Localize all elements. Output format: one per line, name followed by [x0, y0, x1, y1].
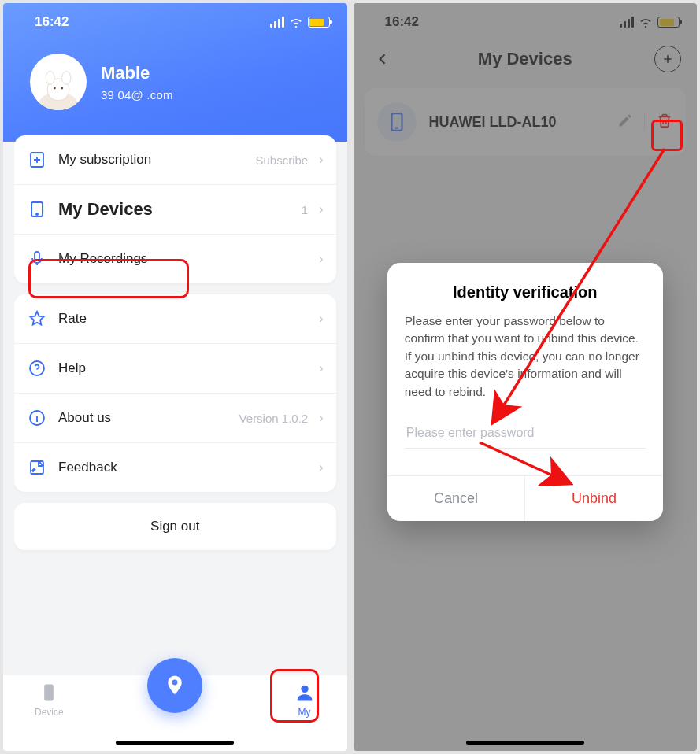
- modal-text: Please enter your password below to conf…: [405, 312, 646, 401]
- device-icon: [38, 682, 60, 704]
- row-label: Rate: [58, 311, 308, 327]
- password-input[interactable]: [405, 418, 646, 449]
- tab-my[interactable]: My: [294, 682, 316, 718]
- chevron-right-icon: ›: [319, 252, 323, 266]
- svg-point-4: [61, 87, 63, 90]
- row-rate[interactable]: Rate ›: [14, 294, 336, 344]
- home-indicator: [466, 741, 584, 745]
- status-bar: 16:42: [3, 3, 347, 38]
- row-recordings[interactable]: My Recordings ›: [14, 235, 336, 283]
- svg-point-15: [301, 686, 308, 693]
- microphone-icon: [27, 249, 47, 269]
- devices-icon: [27, 199, 47, 220]
- row-label: My subscription: [58, 152, 244, 168]
- svg-rect-14: [45, 685, 54, 701]
- svg-rect-10: [35, 252, 39, 261]
- sign-out-button[interactable]: Sign out: [14, 503, 336, 550]
- device-count: 1: [302, 203, 308, 216]
- wifi-icon: [289, 15, 303, 29]
- row-label: Help: [58, 360, 308, 376]
- tab-bar: Device My: [3, 675, 347, 751]
- avatar[interactable]: [30, 54, 87, 110]
- chevron-right-icon: ›: [319, 361, 323, 375]
- svg-point-9: [36, 213, 38, 215]
- row-about[interactable]: About us Version 1.0.2 ›: [14, 394, 336, 443]
- battery-icon: [308, 17, 330, 28]
- status-time: 16:42: [35, 14, 69, 30]
- row-label: About us: [58, 410, 228, 426]
- tab-label: My: [298, 707, 311, 718]
- person-icon: [294, 682, 316, 704]
- help-icon: [27, 358, 47, 379]
- profile-name: Mable: [101, 63, 173, 83]
- row-label: My Devices: [58, 199, 291, 220]
- svg-point-6: [62, 72, 71, 85]
- row-my-devices[interactable]: My Devices 1 ›: [14, 185, 336, 235]
- subscription-icon: [27, 150, 47, 170]
- identity-verification-modal: Identity verification Please enter your …: [387, 263, 663, 521]
- row-label: Feedback: [58, 460, 308, 475]
- locate-button[interactable]: [147, 658, 202, 713]
- info-icon: [27, 408, 47, 428]
- chevron-right-icon: ›: [319, 460, 323, 475]
- cancel-button[interactable]: Cancel: [387, 476, 526, 521]
- row-help[interactable]: Help ›: [14, 344, 336, 394]
- row-subscription[interactable]: My subscription Subscribe ›: [14, 135, 336, 185]
- version-text: Version 1.0.2: [239, 412, 309, 425]
- row-hint: Subscribe: [255, 153, 308, 167]
- row-label: My Recordings: [58, 251, 308, 267]
- tab-label: Device: [35, 707, 64, 718]
- screen-device-unbind: 16:42 My Devices HUAWEI LLD-AL10: [354, 3, 698, 751]
- home-indicator: [116, 741, 234, 745]
- profile-email: 39 04@ .com: [101, 88, 173, 102]
- modal-title: Identity verification: [405, 283, 646, 301]
- screen-my-page: 16:42 Mable 39 04@ .com: [3, 3, 347, 751]
- star-icon: [27, 309, 47, 329]
- row-feedback[interactable]: Feedback ›: [14, 443, 336, 492]
- location-pin-icon: [163, 674, 187, 697]
- sign-out-label: Sign out: [14, 503, 336, 550]
- svg-point-3: [54, 87, 56, 90]
- profile-header: 16:42 Mable 39 04@ .com: [3, 3, 347, 142]
- tab-device[interactable]: Device: [35, 682, 64, 718]
- signal-icon: [270, 17, 284, 28]
- chevron-right-icon: ›: [319, 153, 323, 167]
- unbind-button[interactable]: Unbind: [525, 476, 663, 521]
- feedback-icon: [27, 457, 47, 478]
- chevron-right-icon: ›: [319, 312, 323, 326]
- chevron-right-icon: ›: [319, 411, 323, 425]
- svg-point-5: [46, 72, 54, 85]
- chevron-right-icon: ›: [319, 202, 323, 216]
